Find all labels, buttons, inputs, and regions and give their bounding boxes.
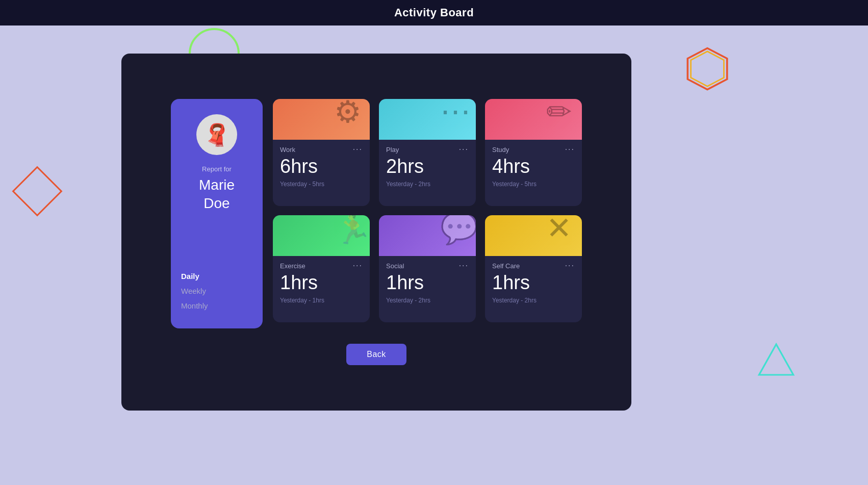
card-banner-deco-1: ⋯ — [440, 99, 476, 135]
card-category-1: Play — [386, 146, 399, 154]
activity-card-study: ✏ Study ··· 4hrs Yesterday - 5hrs — [485, 99, 582, 206]
card-body-5: Self Care ··· 1hrs Yesterday - 2hrs — [485, 256, 582, 322]
card-category-4: Social — [386, 262, 404, 270]
card-hours-3: 1hrs — [280, 272, 363, 294]
card-category-0: Work — [280, 146, 295, 154]
card-hours-1: 2hrs — [386, 156, 469, 177]
report-for-label: Report for — [202, 165, 232, 173]
period-weekly[interactable]: Weekly — [181, 284, 252, 298]
activity-card-work: ⚙ Work ··· 6hrs Yesterday - 5hrs — [273, 99, 370, 206]
card-banner-deco-4: 💬 — [440, 215, 476, 251]
card-banner-4: 💬 — [379, 215, 476, 256]
main-panel: 🧣 Report for Marie Doe Daily Weekly Mont… — [121, 54, 631, 411]
card-hours-4: 1hrs — [386, 272, 469, 294]
card-category-5: Self Care — [492, 262, 520, 270]
card-yesterday-2: Yesterday - 5hrs — [492, 181, 575, 188]
card-category-2: Study — [492, 146, 509, 154]
card-header-2: Study ··· — [492, 145, 575, 154]
avatar-emoji: 🧣 — [203, 122, 230, 147]
card-banner-deco-3: 🏃 — [334, 215, 370, 251]
profile-firstname: Marie — [199, 177, 235, 193]
card-body-0: Work ··· 6hrs Yesterday - 5hrs — [273, 140, 370, 206]
deco-diamond — [12, 166, 63, 217]
activity-card-exercise: 🏃 Exercise ··· 1hrs Yesterday - 1hrs — [273, 215, 370, 322]
svg-marker-1 — [691, 52, 724, 86]
card-header-5: Self Care ··· — [492, 261, 575, 270]
card-menu-dots-5[interactable]: ··· — [565, 261, 575, 270]
card-menu-dots-0[interactable]: ··· — [353, 145, 363, 154]
deco-triangle — [756, 340, 797, 383]
card-header-3: Exercise ··· — [280, 261, 363, 270]
card-yesterday-1: Yesterday - 2hrs — [386, 181, 469, 188]
card-yesterday-5: Yesterday - 2hrs — [492, 297, 575, 304]
period-monthly[interactable]: Monthly — [181, 298, 252, 313]
card-menu-dots-2[interactable]: ··· — [565, 145, 575, 154]
card-yesterday-0: Yesterday - 5hrs — [280, 181, 363, 188]
board-content: 🧣 Report for Marie Doe Daily Weekly Mont… — [171, 99, 582, 328]
deco-hexagon — [684, 46, 730, 94]
card-hours-2: 4hrs — [492, 156, 575, 177]
card-banner-0: ⚙ — [273, 99, 370, 140]
card-body-4: Social ··· 1hrs Yesterday - 2hrs — [379, 256, 476, 322]
card-body-1: Play ··· 2hrs Yesterday - 2hrs — [379, 140, 476, 206]
svg-marker-2 — [759, 344, 793, 375]
card-body-3: Exercise ··· 1hrs Yesterday - 1hrs — [273, 256, 370, 322]
card-banner-1: ⋯ — [379, 99, 476, 140]
card-banner-deco-0: ⚙ — [334, 99, 370, 135]
card-body-2: Study ··· 4hrs Yesterday - 5hrs — [485, 140, 582, 206]
card-hours-5: 1hrs — [492, 272, 575, 294]
card-banner-5: ✕ — [485, 215, 582, 256]
activity-card-social: 💬 Social ··· 1hrs Yesterday - 2hrs — [379, 215, 476, 322]
activity-card-play: ⋯ Play ··· 2hrs Yesterday - 2hrs — [379, 99, 476, 206]
period-daily[interactable]: Daily — [181, 269, 252, 284]
card-header-1: Play ··· — [386, 145, 469, 154]
card-yesterday-4: Yesterday - 2hrs — [386, 297, 469, 304]
card-banner-3: 🏃 — [273, 215, 370, 256]
profile-lastname: Doe — [203, 195, 229, 212]
activity-card-self-care: ✕ Self Care ··· 1hrs Yesterday - 2hrs — [485, 215, 582, 322]
card-menu-dots-1[interactable]: ··· — [459, 145, 469, 154]
card-banner-deco-2: ✏ — [546, 99, 582, 135]
back-button[interactable]: Back — [346, 344, 406, 365]
card-yesterday-3: Yesterday - 1hrs — [280, 297, 363, 304]
back-btn-container: Back — [346, 344, 406, 365]
period-list: Daily Weekly Monthly — [181, 269, 252, 313]
card-header-0: Work ··· — [280, 145, 363, 154]
avatar: 🧣 — [196, 114, 237, 155]
page-title: Activity Board — [394, 6, 474, 19]
card-menu-dots-4[interactable]: ··· — [459, 261, 469, 270]
svg-marker-0 — [687, 48, 727, 90]
profile-card: 🧣 Report for Marie Doe Daily Weekly Mont… — [171, 99, 263, 328]
card-hours-0: 6hrs — [280, 156, 363, 177]
card-category-3: Exercise — [280, 262, 305, 270]
cards-grid: ⚙ Work ··· 6hrs Yesterday - 5hrs ⋯ Play … — [273, 99, 582, 322]
top-bar: Activity Board — [0, 0, 868, 25]
card-menu-dots-3[interactable]: ··· — [353, 261, 363, 270]
card-header-4: Social ··· — [386, 261, 469, 270]
card-banner-deco-5: ✕ — [546, 215, 582, 251]
card-banner-2: ✏ — [485, 99, 582, 140]
